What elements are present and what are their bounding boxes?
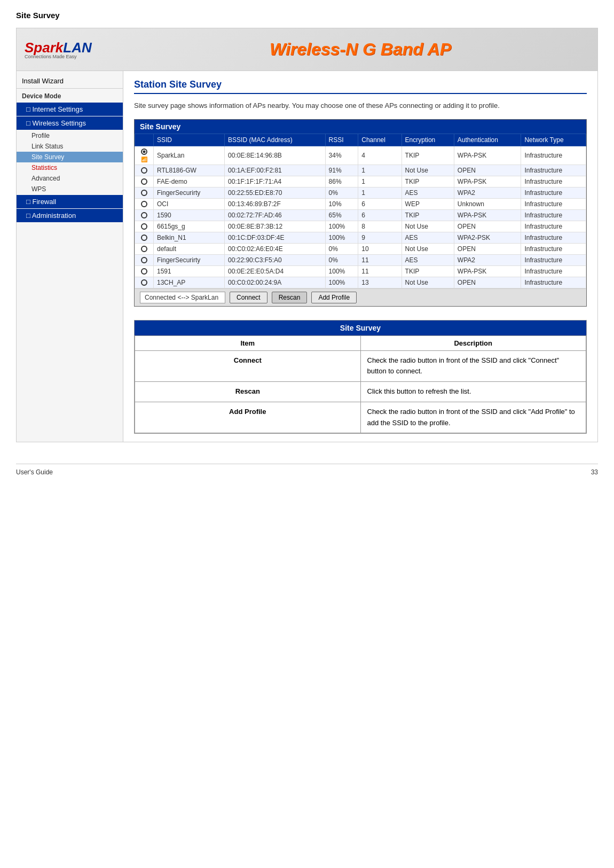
radio-button[interactable] — [141, 167, 147, 174]
sidebar-item-advanced[interactable]: Advanced — [17, 173, 123, 184]
footer-right: 33 — [591, 468, 598, 476]
radio-button[interactable] — [141, 201, 147, 207]
connected-text: Connected <--> SparkLan — [140, 292, 225, 303]
cell-encryption: WEP — [402, 198, 454, 209]
connect-button[interactable]: Connect — [230, 292, 267, 303]
cell-channel: 6 — [358, 198, 402, 209]
cell-auth: OPEN — [454, 221, 521, 232]
info-description: Click this button to refresh the list. — [360, 382, 586, 402]
info-description: Check the radio button in front of the S… — [360, 402, 586, 433]
table-row: RTL8186-GW00:1A:EF:00:F2:8191%1Not UseOP… — [135, 165, 586, 176]
sidebar-item-link-status[interactable]: Link Status — [17, 141, 123, 152]
cell-encryption: TKIP — [402, 176, 454, 187]
cell-channel: 11 — [358, 254, 402, 265]
radio-button[interactable] — [141, 212, 147, 218]
cell-auth: WPA2 — [454, 187, 521, 198]
cell-ssid: FingerSecurirty — [154, 254, 225, 265]
cell-nettype: Infrastructure — [521, 209, 586, 221]
cell-nettype: Infrastructure — [521, 243, 586, 254]
sidebar-item-firewall[interactable]: Firewall — [17, 195, 123, 208]
cell-rssi: 100% — [325, 277, 358, 288]
table-header-row: SSID BSSID (MAC Address) RSSI Channel En… — [135, 134, 586, 146]
radio-cell[interactable] — [135, 176, 154, 187]
radio-cell[interactable] — [135, 221, 154, 232]
info-table-row: RescanClick this button to refresh the l… — [135, 382, 586, 402]
info-col-desc: Description — [360, 335, 586, 350]
logo-spark: Spark — [25, 40, 63, 56]
radio-button[interactable] — [141, 257, 147, 263]
cell-nettype: Infrastructure — [521, 277, 586, 288]
radio-cell[interactable] — [135, 254, 154, 265]
radio-button[interactable] — [141, 246, 147, 252]
add-profile-button[interactable]: Add Profile — [311, 292, 357, 303]
radio-cell[interactable] — [135, 165, 154, 176]
cell-nettype: Infrastructure — [521, 176, 586, 187]
cell-ssid: FAE-demo — [154, 176, 225, 187]
col-header-bssid: BSSID (MAC Address) — [225, 134, 326, 146]
cell-rssi: 10% — [325, 198, 358, 209]
info-item: Connect — [135, 350, 361, 382]
cell-ssid: SparkLan — [154, 146, 225, 165]
cell-auth: Unknown — [454, 198, 521, 209]
radio-cell[interactable] — [135, 198, 154, 209]
sidebar-item-statistics[interactable]: Statistics — [17, 162, 123, 173]
logo-area: SparkLAN Connections Made Easy — [25, 40, 131, 59]
radio-button[interactable] — [141, 234, 147, 241]
cell-bssid: 00:0E:8E:B7:3B:12 — [225, 221, 326, 232]
radio-cell[interactable]: 📶 — [135, 146, 154, 165]
cell-auth: WPA-PSK — [454, 176, 521, 187]
radio-cell[interactable] — [135, 265, 154, 277]
table-row: default00:C0:02:A6:E0:4E0%10Not UseOPENI… — [135, 243, 586, 254]
radio-button[interactable] — [141, 178, 147, 185]
cell-auth: WPA-PSK — [454, 209, 521, 221]
cell-auth: WPA2 — [454, 254, 521, 265]
cell-encryption: TKIP — [402, 209, 454, 221]
logo: SparkLAN Connections Made Easy — [25, 40, 92, 59]
cell-ssid: default — [154, 243, 225, 254]
radio-button[interactable] — [141, 148, 147, 155]
radio-button[interactable] — [141, 190, 147, 196]
cell-channel: 1 — [358, 165, 402, 176]
radio-button[interactable] — [141, 279, 147, 286]
cell-bssid: 00:1F:1F:1F:71:A4 — [225, 176, 326, 187]
radio-cell[interactable] — [135, 187, 154, 198]
cell-channel: 1 — [358, 176, 402, 187]
table-row: Belkin_N100:1C:DF:03:DF:4E100%9AESWPA2-P… — [135, 232, 586, 243]
cell-channel: 10 — [358, 243, 402, 254]
sidebar-item-profile[interactable]: Profile — [17, 130, 123, 141]
rescan-button[interactable]: Rescan — [272, 292, 308, 303]
info-description: Check the radio button in front of the S… — [360, 350, 586, 382]
sidebar-item-administration[interactable]: Administration — [17, 209, 123, 222]
survey-table-header: Site Survey — [135, 120, 586, 134]
cell-auth: OPEN — [454, 277, 521, 288]
col-header-nettype: Network Type — [521, 134, 586, 146]
cell-encryption: Not Use — [402, 243, 454, 254]
radio-cell[interactable] — [135, 209, 154, 221]
sidebar-item-wireless-settings[interactable]: Wireless Settings — [17, 116, 123, 130]
logo-lan: LAN — [63, 40, 91, 56]
cell-encryption: TKIP — [402, 265, 454, 277]
radio-cell[interactable] — [135, 277, 154, 288]
sidebar-item-install-wizard[interactable]: Install Wizard — [17, 74, 123, 89]
content-description: Site survey page shows information of AP… — [134, 100, 587, 111]
sidebar-item-internet-settings[interactable]: Internet Settings — [17, 103, 123, 116]
info-table-title: Site Survey — [135, 320, 586, 335]
cell-rssi: 0% — [325, 243, 358, 254]
radio-button[interactable] — [141, 223, 147, 230]
col-header-channel: Channel — [358, 134, 402, 146]
cell-auth: WPA-PSK — [454, 265, 521, 277]
info-item: Add Profile — [135, 402, 361, 433]
cell-channel: 6 — [358, 209, 402, 221]
radio-button[interactable] — [141, 268, 147, 275]
radio-cell[interactable] — [135, 243, 154, 254]
sidebar-item-site-survey[interactable]: Site Survey — [17, 152, 123, 162]
sidebar-item-wps[interactable]: WPS — [17, 184, 123, 194]
survey-table: SSID BSSID (MAC Address) RSSI Channel En… — [135, 134, 586, 288]
radio-cell[interactable] — [135, 232, 154, 243]
cell-encryption: AES — [402, 232, 454, 243]
cell-auth: WPA2-PSK — [454, 232, 521, 243]
content-area: Station Site Survey Site survey page sho… — [123, 71, 597, 442]
cell-bssid: 00:0E:8E:14:96:8B — [225, 146, 326, 165]
header-title: Wireless-N G Band AP — [131, 40, 589, 59]
cell-rssi: 86% — [325, 176, 358, 187]
